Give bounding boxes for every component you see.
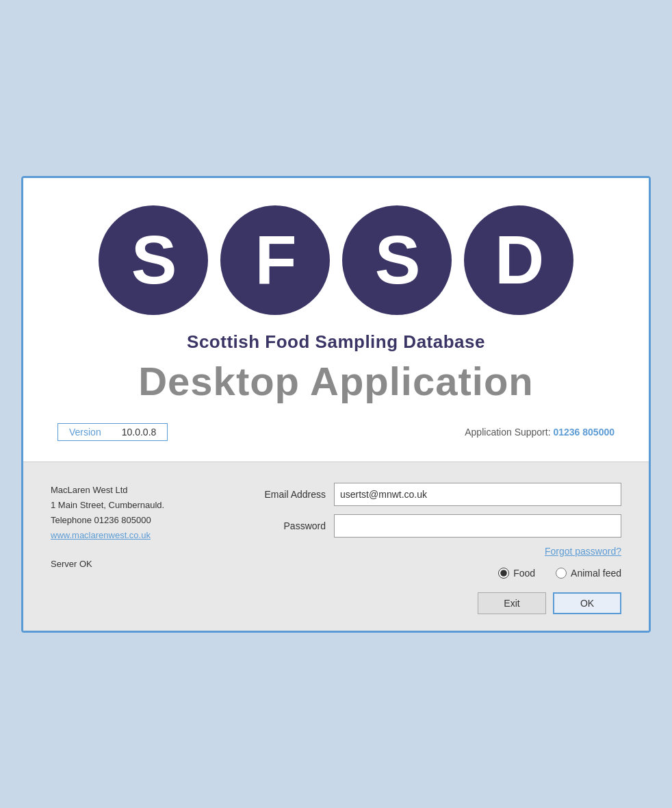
animal-feed-radio[interactable] bbox=[556, 568, 567, 579]
logo-circle-d: D bbox=[464, 205, 573, 315]
top-section: S F S D Scottish Food Sampling Database … bbox=[23, 178, 649, 462]
password-input[interactable] bbox=[334, 514, 621, 538]
email-input[interactable] bbox=[334, 483, 621, 506]
company-telephone: Telephone 01236 805000 bbox=[51, 513, 215, 528]
animal-feed-radio-label: Animal feed bbox=[571, 568, 621, 579]
company-website[interactable]: www.maclarenwest.co.uk bbox=[51, 530, 151, 540]
ok-button[interactable]: OK bbox=[553, 592, 621, 614]
support-text: Application Support: 01236 805000 bbox=[465, 427, 615, 438]
version-number: 10.0.0.8 bbox=[122, 427, 157, 438]
company-name: MacLaren West Ltd bbox=[51, 483, 215, 498]
forgot-row: Forgot password? bbox=[242, 546, 621, 557]
main-window: S F S D Scottish Food Sampling Database … bbox=[21, 176, 651, 633]
company-info: MacLaren West Ltd 1 Main Street, Cumbern… bbox=[51, 483, 215, 614]
server-status-text: Server OK bbox=[51, 559, 92, 569]
server-status: Server OK bbox=[51, 557, 215, 572]
version-label: Version bbox=[69, 427, 101, 438]
exit-button[interactable]: Exit bbox=[478, 592, 546, 614]
email-label: Email Address bbox=[250, 489, 326, 500]
bottom-section: MacLaren West Ltd 1 Main Street, Cumbern… bbox=[23, 462, 649, 631]
sfsd-title: Scottish Food Sampling Database bbox=[187, 331, 485, 352]
version-support-row: Version 10.0.0.8 Application Support: 01… bbox=[51, 423, 621, 441]
logo-circle-s: S bbox=[99, 205, 208, 315]
company-address: 1 Main Street, Cumbernauld. bbox=[51, 498, 215, 513]
email-row: Email Address bbox=[242, 483, 621, 506]
logo-circles: S F S D bbox=[51, 205, 621, 315]
animal-feed-radio-option[interactable]: Animal feed bbox=[556, 568, 621, 579]
password-row: Password bbox=[242, 514, 621, 538]
sfsd-title-line: Scottish Food Sampling Database bbox=[51, 331, 621, 353]
food-radio[interactable] bbox=[498, 568, 509, 579]
logo-circle-s2: S bbox=[342, 205, 452, 315]
radio-row: Food Animal feed bbox=[242, 568, 621, 579]
login-form: Email Address Password Forgot password? … bbox=[242, 483, 621, 614]
password-label: Password bbox=[250, 520, 326, 531]
desktop-title: Desktop Application bbox=[51, 358, 621, 404]
food-radio-option[interactable]: Food bbox=[498, 568, 535, 579]
buttons-row: Exit OK bbox=[242, 592, 621, 614]
support-label: Application Support: bbox=[465, 427, 553, 438]
logo-circle-f: F bbox=[220, 205, 330, 315]
food-radio-label: Food bbox=[513, 568, 535, 579]
support-phone: 01236 805000 bbox=[553, 427, 615, 438]
forgot-password-link[interactable]: Forgot password? bbox=[545, 546, 621, 557]
version-box: Version 10.0.0.8 bbox=[57, 423, 168, 441]
